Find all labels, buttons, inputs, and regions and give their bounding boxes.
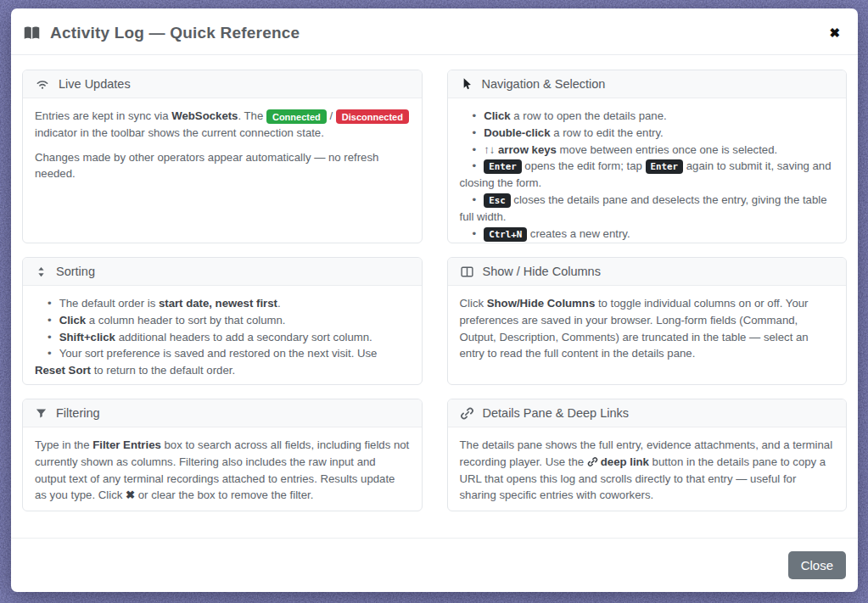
quick-reference-modal: Activity Log — Quick Reference ✖ Live Up…	[11, 8, 858, 592]
deeplinks-paragraph: The details pane shows the full entry, e…	[460, 437, 835, 504]
list-item: •Double-click a row to edit the entry.	[460, 125, 835, 142]
card-filtering: Filtering Type in the Filter Entries box…	[22, 399, 423, 511]
filter-icon	[35, 407, 48, 420]
kbd-enter: Enter	[484, 159, 522, 174]
close-button[interactable]: Close	[788, 551, 846, 579]
card-sorting: Sorting •The default order is start date…	[22, 257, 423, 385]
card-title: Navigation & Selection	[482, 77, 606, 91]
modal-header: Activity Log — Quick Reference ✖	[11, 8, 858, 55]
disconnected-badge: Disconnected	[336, 109, 409, 124]
card-title: Details Pane & Deep Links	[483, 406, 630, 420]
columns-paragraph: Click Show/Hide Columns to toggle indivi…	[460, 295, 835, 362]
card-live-updates: Live Updates Entries are kept in sync vi…	[22, 70, 423, 243]
live-updates-paragraph: Entries are kept in sync via WebSockets.…	[35, 108, 410, 142]
filtering-paragraph: Type in the Filter Entries box to search…	[35, 437, 410, 504]
kbd-ctrl-n: Ctrl+N	[484, 227, 527, 242]
sort-icon	[35, 265, 48, 278]
card-title: Live Updates	[59, 77, 131, 91]
card-columns: Show / Hide Columns Click Show/Hide Colu…	[447, 257, 848, 385]
card-title: Sorting	[56, 265, 95, 278]
list-item: •Esc closes the details pane and deselec…	[460, 192, 835, 226]
modal-body: Live Updates Entries are kept in sync vi…	[11, 55, 858, 538]
list-item: •Ctrl+N creates a new entry.	[460, 226, 835, 243]
kbd-enter: Enter	[646, 159, 684, 174]
list-item: •The default order is start date, newest…	[35, 295, 410, 312]
book-open-icon	[23, 25, 41, 42]
card-deeplinks: Details Pane & Deep Links The details pa…	[447, 399, 848, 511]
kbd-esc: Esc	[484, 193, 511, 208]
modal-title: Activity Log — Quick Reference	[50, 24, 300, 42]
live-updates-paragraph-2: Changes made by other operators appear a…	[35, 149, 410, 183]
list-item: •↑↓ arrow keys move between entries once…	[460, 142, 835, 159]
modal-footer: Close	[11, 538, 858, 592]
list-item: •Click a column header to sort by that c…	[35, 312, 410, 329]
card-title: Show / Hide Columns	[483, 265, 601, 278]
cursor-icon	[460, 77, 473, 91]
connected-badge: Connected	[266, 109, 327, 124]
list-item: •Click a row to open the details pane.	[460, 108, 835, 125]
clear-x-glyph: ✖	[126, 489, 135, 501]
card-title: Filtering	[56, 406, 100, 420]
wifi-icon	[35, 76, 50, 92]
card-navigation: Navigation & Selection •Click a row to o…	[447, 70, 848, 243]
columns-icon	[460, 265, 474, 279]
close-icon[interactable]: ✖	[824, 23, 845, 42]
list-item: •Shift+click additional headers to add a…	[35, 329, 410, 346]
link-icon	[460, 406, 474, 421]
list-item: •Enter opens the edit form; tap Enter ag…	[460, 158, 835, 192]
link-icon	[587, 456, 598, 467]
list-item: •Your sort preference is saved and resto…	[35, 345, 410, 379]
